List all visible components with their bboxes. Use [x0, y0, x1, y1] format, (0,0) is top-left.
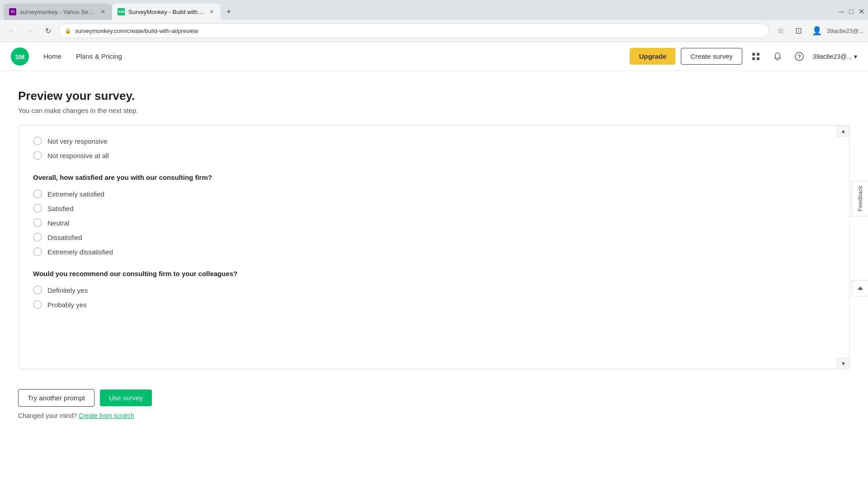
radio-not-responsive-at-all[interactable] [33, 151, 42, 160]
scroll-down-arrow[interactable]: ▼ [837, 358, 849, 369]
page-title: Preview your survey. [18, 89, 850, 103]
reload-button[interactable]: ↻ [41, 23, 55, 38]
option-label: Neutral [47, 219, 69, 227]
option-not-responsive-at-all[interactable]: Not responsive at all [33, 151, 835, 160]
option-satisfied[interactable]: Satisfied [33, 204, 835, 213]
option-label: Not very responsive [47, 137, 108, 145]
user-menu[interactable]: 39ac6e23@... ▾ [813, 53, 857, 60]
radio-neutral[interactable] [33, 218, 42, 227]
changed-mind-row: Changed your mind? Create from scratch [18, 412, 850, 419]
svg-rect-4 [752, 57, 755, 60]
nav-bar: ← → ↻ 🔒 surveymonkey.com/create/build-wi… [0, 20, 868, 42]
svg-rect-5 [757, 57, 760, 60]
option-extremely-dissatisfied[interactable]: Extremely dissatisfied [33, 247, 835, 256]
tab1-close-icon[interactable]: ✕ [99, 8, 107, 15]
minimize-button[interactable]: ─ [838, 9, 844, 15]
new-tab-button[interactable]: + [222, 5, 235, 18]
lock-icon: 🔒 [65, 28, 71, 34]
svg-text:?: ? [797, 54, 801, 60]
nav-home[interactable]: Home [43, 52, 61, 60]
radio-probably-yes[interactable] [33, 300, 42, 309]
main-nav: Home Plans & Pricing [43, 52, 122, 60]
tab1-label: surveymonkey - Yahoo Search [20, 9, 96, 15]
svg-rect-3 [757, 53, 760, 56]
close-button[interactable]: ✕ [858, 9, 864, 15]
tab2-close-icon[interactable]: ✕ [208, 8, 215, 15]
scroll-up-icon [857, 285, 864, 292]
logo-icon: SM [11, 47, 29, 66]
try-another-button[interactable]: Try another prompt [18, 389, 94, 407]
profile-icon[interactable]: 👤 [809, 23, 825, 39]
option-not-very-responsive[interactable]: Not very responsive [33, 136, 835, 145]
feedback-sidebar[interactable]: Feedback [852, 181, 868, 216]
survey-scroll-area[interactable]: Not very responsive Not responsive at al… [19, 126, 849, 369]
option-label: Extremely satisfied [47, 190, 104, 198]
bookmark-icon[interactable]: ☆ [773, 23, 789, 39]
chevron-down-icon: ▾ [854, 53, 857, 60]
nav-actions: ☆ ⊡ 👤 39ac6e23@... [773, 23, 863, 39]
option-label: Dissatisfied [47, 234, 82, 241]
option-probably-yes[interactable]: Probably yes [33, 300, 835, 309]
radio-dissatisfied[interactable] [33, 233, 42, 242]
option-label: Probably yes [47, 301, 87, 309]
radio-definitely-yes[interactable] [33, 286, 42, 295]
radio-extremely-satisfied[interactable] [33, 189, 42, 198]
option-dissatisfied[interactable]: Dissatisfied [33, 233, 835, 242]
radio-not-very-responsive[interactable] [33, 136, 42, 145]
tab2-label: SurveyMonkey - Build with AI [128, 9, 204, 15]
option-label: Satisfied [47, 205, 74, 212]
back-button[interactable]: ← [5, 23, 19, 38]
browser-chrome: Y! surveymonkey - Yahoo Search ✕ SM Surv… [0, 0, 868, 42]
create-survey-button[interactable]: Create survey [681, 48, 742, 65]
radio-extremely-dissatisfied[interactable] [33, 247, 42, 256]
tab-bar: Y! surveymonkey - Yahoo Search ✕ SM Surv… [0, 0, 868, 20]
svg-text:SM: SM [15, 53, 25, 61]
window-controls: ─ □ ✕ [838, 9, 864, 15]
nav-plans[interactable]: Plans & Pricing [76, 52, 122, 60]
header-actions: Upgrade Create survey ? 39ac6e23@... [630, 48, 857, 65]
question-1-continuation: Not very responsive Not responsive at al… [33, 136, 835, 160]
option-label: Not responsive at all [47, 152, 109, 160]
scroll-up-arrow[interactable]: ▲ [837, 126, 849, 136]
url-text: surveymonkey.com/create/build-with-ai/pr… [75, 28, 763, 34]
option-extremely-satisfied[interactable]: Extremely satisfied [33, 189, 835, 198]
tab2-favicon: SM [118, 8, 125, 15]
user-email: 39ac6e23@... [813, 53, 852, 60]
app-header: SM Home Plans & Pricing Upgrade Create s… [0, 42, 868, 71]
upgrade-button[interactable]: Upgrade [630, 48, 675, 65]
option-label: Extremely dissatisfied [47, 248, 113, 256]
scroll-to-top-button[interactable] [852, 280, 868, 296]
cast-icon[interactable]: ⊡ [791, 23, 807, 39]
action-buttons: Try another prompt Use survey [18, 389, 850, 407]
option-label: Definitely yes [47, 286, 88, 294]
use-survey-button[interactable]: Use survey [100, 389, 152, 406]
survey-preview-box: ▲ Not very responsive Not responsive at … [18, 125, 850, 369]
svg-rect-2 [752, 53, 755, 56]
main-content: Preview your survey. You can make change… [0, 71, 868, 378]
option-definitely-yes[interactable]: Definitely yes [33, 286, 835, 295]
question-3-section: Would you recommend our consulting firm … [33, 269, 835, 309]
changed-mind-text: Changed your mind? [18, 412, 77, 419]
question-3-text: Would you recommend our consulting firm … [33, 269, 835, 278]
radio-satisfied[interactable] [33, 204, 42, 213]
help-icon[interactable]: ? [791, 48, 807, 65]
option-neutral[interactable]: Neutral [33, 218, 835, 227]
question-2-text: Overall, how satisfied are you with our … [33, 173, 835, 182]
bottom-section: Try another prompt Use survey Changed yo… [0, 378, 868, 428]
incognito-label[interactable]: 39ac6e23@... [827, 28, 863, 34]
notifications-icon[interactable] [769, 48, 786, 65]
maximize-button[interactable]: □ [848, 9, 854, 15]
page-subtitle: You can make changes in the next step. [18, 107, 850, 114]
tab-1[interactable]: Y! surveymonkey - Yahoo Search ✕ [4, 4, 112, 20]
logo[interactable]: SM [11, 47, 29, 66]
tab-2[interactable]: SM SurveyMonkey - Build with AI ✕ [112, 4, 221, 20]
url-bar[interactable]: 🔒 surveymonkey.com/create/build-with-ai/… [59, 23, 769, 38]
feedback-label[interactable]: Feedback [857, 186, 863, 211]
forward-button[interactable]: → [23, 23, 37, 38]
create-from-scratch-link[interactable]: Create from scratch [79, 412, 134, 419]
question-2-section: Overall, how satisfied are you with our … [33, 173, 835, 256]
tab1-favicon: Y! [9, 8, 16, 15]
apps-grid-icon[interactable] [748, 48, 764, 65]
